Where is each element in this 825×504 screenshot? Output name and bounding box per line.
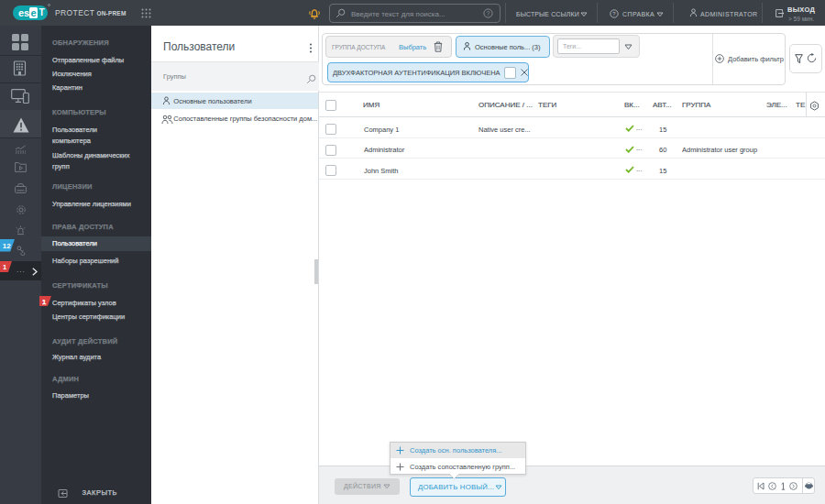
svg-text:?: ? <box>612 11 616 16</box>
svg-text:?: ? <box>487 10 490 16</box>
